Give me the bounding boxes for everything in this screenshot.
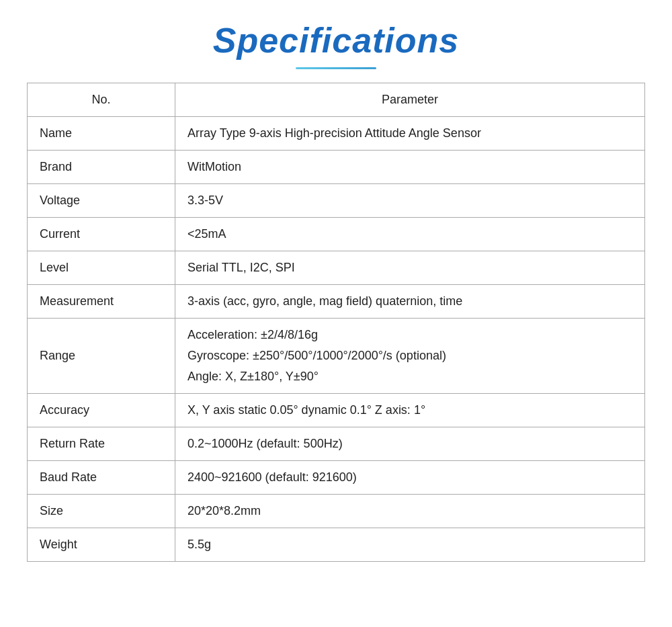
table-row: AccuracyX, Y axis static 0.05° dynamic 0… [28, 394, 645, 427]
row-label: Name [28, 117, 175, 151]
row-label: Current [28, 218, 175, 251]
row-value: <25mA [175, 218, 645, 251]
page-title: Specifications [27, 20, 645, 60]
row-value: Acceleration: ±2/4/8/16gGyroscope: ±250°… [175, 319, 645, 394]
row-value: 0.2~1000Hz (default: 500Hz) [175, 427, 645, 461]
row-label: Accuracy [28, 394, 175, 427]
row-value: X, Y axis static 0.05° dynamic 0.1° Z ax… [175, 394, 645, 427]
row-label: Return Rate [28, 427, 175, 461]
table-row: RangeAcceleration: ±2/4/8/16gGyroscope: … [28, 319, 645, 394]
table-row: BrandWitMotion [28, 151, 645, 184]
row-label: Size [28, 495, 175, 528]
table-row: Voltage3.3-5V [28, 184, 645, 218]
range-line: Angle: X, Z±180°, Y±90° [187, 370, 632, 384]
page-wrapper: Specifications No. Parameter NameArray T… [27, 20, 645, 562]
title-section: Specifications [27, 20, 645, 69]
table-row: Measurement3-axis (acc, gyro, angle, mag… [28, 285, 645, 319]
row-value: 5.5g [175, 528, 645, 562]
title-underline [296, 67, 376, 69]
row-value: 2400~921600 (default: 921600) [175, 461, 645, 495]
row-value: WitMotion [175, 151, 645, 184]
table-row: Size20*20*8.2mm [28, 495, 645, 528]
row-label: Measurement [28, 285, 175, 319]
row-label: Baud Rate [28, 461, 175, 495]
table-row: Baud Rate2400~921600 (default: 921600) [28, 461, 645, 495]
table-row: Return Rate0.2~1000Hz (default: 500Hz) [28, 427, 645, 461]
row-label: Brand [28, 151, 175, 184]
table-header-row: No. Parameter [28, 83, 645, 117]
table-row: LevelSerial TTL, I2C, SPI [28, 251, 645, 285]
row-value: Serial TTL, I2C, SPI [175, 251, 645, 285]
range-line: Gyroscope: ±250°/500°/1000°/2000°/s (opt… [187, 349, 632, 363]
table-row: NameArray Type 9-axis High-precision Att… [28, 117, 645, 151]
header-col2: Parameter [175, 83, 645, 117]
row-label: Range [28, 319, 175, 394]
range-line: Acceleration: ±2/4/8/16g [187, 328, 632, 342]
table-row: Weight5.5g [28, 528, 645, 562]
table-row: Current<25mA [28, 218, 645, 251]
spec-table: No. Parameter NameArray Type 9-axis High… [27, 83, 645, 562]
row-value: 20*20*8.2mm [175, 495, 645, 528]
row-value: 3.3-5V [175, 184, 645, 218]
row-value: Array Type 9-axis High-precision Attitud… [175, 117, 645, 151]
header-col1: No. [28, 83, 175, 117]
row-label: Level [28, 251, 175, 285]
row-label: Weight [28, 528, 175, 562]
row-label: Voltage [28, 184, 175, 218]
row-value: 3-axis (acc, gyro, angle, mag field) qua… [175, 285, 645, 319]
